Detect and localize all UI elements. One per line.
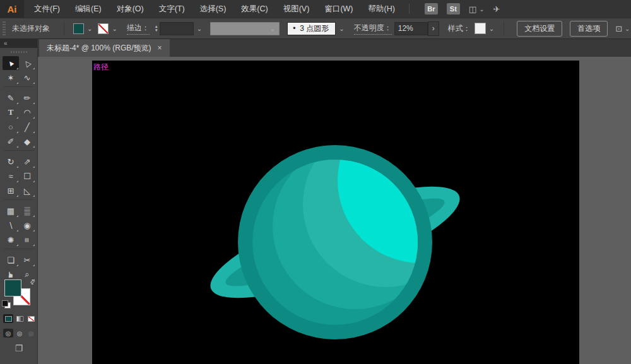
collapse-icon[interactable]: «: [4, 40, 8, 47]
type-tool[interactable]: T: [3, 105, 19, 119]
none-button[interactable]: [26, 314, 36, 323]
direct-selection-tool[interactable]: △: [19, 56, 35, 70]
menu-item[interactable]: 编辑(E): [68, 0, 109, 18]
symbol-sprayer-tool[interactable]: ✺: [3, 233, 19, 247]
pencil-tool[interactable]: ✐: [3, 134, 19, 148]
bridge-button[interactable]: Br: [425, 3, 438, 15]
stroke-weight-stepper[interactable]: ▲ ▼: [155, 25, 158, 32]
default-fill-stroke-icon[interactable]: [2, 300, 11, 308]
document-tab-title: 未标题-4* @ 100% (RGB/预览): [47, 43, 151, 54]
toolbar-grip[interactable]: [11, 51, 27, 53]
style-chevron-icon[interactable]: ⌄: [487, 24, 496, 33]
selection-tool[interactable]: ▲: [3, 56, 19, 70]
menu-item[interactable]: 窗口(W): [317, 0, 360, 18]
stroke-color-swatch[interactable]: [98, 23, 109, 34]
artboard-tool[interactable]: ❏: [3, 253, 19, 267]
shape-builder-tool[interactable]: ⊞: [3, 184, 19, 197]
document-setup-button[interactable]: 文档设置: [517, 21, 562, 37]
stroke-weight-label[interactable]: 描边：: [127, 23, 150, 35]
brush-chevron-icon[interactable]: ⌄: [337, 24, 346, 33]
app-logo: Ai: [0, 0, 24, 18]
launch-button[interactable]: ✈: [493, 4, 500, 14]
opacity-value-field[interactable]: 12%: [394, 22, 428, 35]
arc-tool-icon: ◠: [23, 108, 30, 117]
draw-behind-button[interactable]: ◎: [15, 329, 25, 338]
panel-menu-icon: ⊡: [615, 24, 622, 33]
swap-fill-stroke-icon[interactable]: ⇄: [28, 278, 37, 286]
lasso-tool-icon: ∿: [24, 73, 31, 83]
pasteboard: 路径: [38, 57, 631, 364]
lasso-tool[interactable]: ∿: [19, 71, 35, 85]
menu-item[interactable]: 效果(C): [233, 0, 275, 18]
perspective-grid-tool[interactable]: ◺: [19, 184, 35, 197]
style-label: 样式：: [448, 23, 471, 34]
selection-status: 未选择对象: [12, 23, 50, 34]
stock-button[interactable]: St: [447, 3, 460, 15]
stepper-down-icon[interactable]: ▼: [155, 28, 158, 32]
control-bar-grip[interactable]: [3, 21, 6, 35]
slice-tool[interactable]: ✂: [19, 253, 35, 267]
draw-normal-button[interactable]: ◎: [3, 329, 13, 338]
opacity-label[interactable]: 不透明度：: [354, 23, 392, 35]
curvature-tool[interactable]: ✏: [19, 91, 35, 105]
paintbrush-tool[interactable]: ╱: [19, 120, 35, 134]
free-transform-tool[interactable]: ☐: [19, 169, 35, 183]
path-indicator-label: 路径: [93, 62, 109, 73]
screen-mode-button[interactable]: ❐: [0, 343, 38, 353]
column-graph-tool[interactable]: ≡: [19, 233, 35, 247]
menu-item[interactable]: 文件(F): [27, 0, 68, 18]
style-swatch[interactable]: [475, 23, 486, 34]
artboard[interactable]: 路径: [92, 61, 579, 364]
stroke-weight-chevron-icon[interactable]: ⌄: [195, 24, 204, 33]
menu-items: 文件(F)编辑(E)对象(O)文字(T)选择(S)效果(C)视图(V)窗口(W)…: [27, 0, 403, 18]
fill-swatch-large[interactable]: [4, 279, 21, 296]
ellipse-tool[interactable]: ○: [3, 120, 19, 134]
preferences-button[interactable]: 首选项: [570, 21, 608, 37]
pen-tool[interactable]: ✎: [3, 91, 19, 105]
eraser-tool[interactable]: ◆: [19, 134, 35, 148]
direct-selection-tool-icon: △: [22, 58, 32, 69]
fill-color-swatch[interactable]: [73, 23, 84, 34]
width-profile-chevron-icon: ⌄: [270, 25, 275, 32]
menu-item[interactable]: 文字(T): [151, 0, 192, 18]
magic-wand-tool[interactable]: ✶: [3, 71, 19, 85]
fill-chevron-icon[interactable]: ⌄: [85, 24, 94, 33]
menu-item[interactable]: 对象(O): [109, 0, 151, 18]
document-tab[interactable]: 未标题-4* @ 100% (RGB/预览) ×: [39, 39, 170, 57]
control-separator: [504, 21, 504, 35]
brush-definition-field[interactable]: • 3 点圆形: [287, 22, 336, 35]
mesh-tool[interactable]: ▦: [3, 204, 19, 218]
brush-name: 3 点圆形: [300, 23, 329, 34]
draw-mode-row: ◎ ◎ ◎: [3, 329, 36, 338]
gradient-button[interactable]: [15, 314, 25, 323]
planet-artwork[interactable]: [92, 61, 579, 364]
arrange-documents-button[interactable]: ◫ ⌄: [469, 4, 485, 14]
stroke-chevron-icon[interactable]: ⌄: [110, 24, 119, 33]
tool-grid: ▲△✶∿✎✏T◠○╱✐◆↻⇗≈☐⊞◺▦▒∖◉✺≡❏✂☛⌕: [3, 56, 35, 281]
width-profile-dropdown: ⌄: [210, 22, 280, 35]
menu-item[interactable]: 视图(V): [276, 0, 317, 18]
paintbrush-tool-icon: ╱: [25, 122, 30, 132]
draw-normal-icon: ◎: [6, 330, 11, 337]
launch-icon: ✈: [493, 4, 500, 14]
menu-item[interactable]: 帮助(H): [361, 0, 403, 18]
close-icon[interactable]: ×: [158, 44, 162, 52]
toolbar-panel: « ▲△✶∿✎✏T◠○╱✐◆↻⇗≈☐⊞◺▦▒∖◉✺≡❏✂☛⌕ ⇄ ◎ ◎ ◎: [0, 39, 38, 364]
opacity-arrow-button[interactable]: ›: [428, 21, 439, 36]
arc-tool[interactable]: ◠: [19, 105, 35, 119]
stroke-weight-dropdown[interactable]: [160, 22, 194, 35]
rotate-tool[interactable]: ↻: [3, 155, 19, 168]
menu-bar: Ai 文件(F)编辑(E)对象(O)文字(T)选择(S)效果(C)视图(V)窗口…: [0, 0, 631, 18]
eyedropper-tool[interactable]: ∖: [3, 218, 19, 232]
gradient-tool[interactable]: ▒: [19, 204, 35, 218]
chevron-down-icon: ⌄: [625, 25, 630, 32]
scale-tool[interactable]: ⇗: [19, 155, 35, 168]
rotate-tool-icon: ↻: [8, 157, 15, 167]
toolbar-separator: [4, 249, 34, 252]
menu-item[interactable]: 选择(S): [192, 0, 234, 18]
control-panel-menu-button[interactable]: ⊡ ⌄: [615, 24, 630, 33]
artboard-tool-icon: ❏: [7, 255, 15, 265]
width-tool[interactable]: ≈: [3, 169, 19, 183]
color-button[interactable]: [3, 314, 13, 323]
blend-tool[interactable]: ◉: [19, 218, 35, 232]
